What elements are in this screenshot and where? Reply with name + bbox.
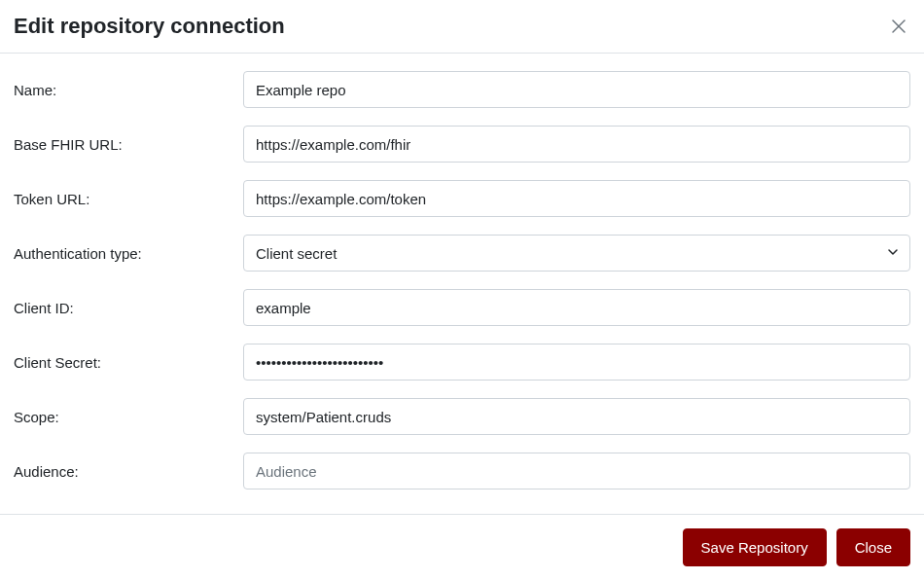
audience-label: Audience: bbox=[14, 463, 243, 480]
client-id-label: Client ID: bbox=[14, 300, 243, 316]
base-url-input[interactable] bbox=[243, 126, 910, 163]
close-icon bbox=[891, 18, 906, 34]
field-row-token-url: Token URL: bbox=[14, 180, 910, 217]
token-url-input[interactable] bbox=[243, 180, 910, 217]
field-row-client-id: Client ID: bbox=[14, 289, 910, 326]
token-url-label: Token URL: bbox=[14, 191, 243, 207]
close-button[interactable]: Close bbox=[836, 528, 910, 566]
auth-type-label: Authentication type: bbox=[14, 245, 243, 262]
client-id-input[interactable] bbox=[243, 289, 910, 326]
modal-footer: Save Repository Close bbox=[0, 514, 924, 580]
close-icon-button[interactable] bbox=[887, 15, 910, 38]
auth-type-select[interactable]: Client secret bbox=[243, 235, 910, 272]
scope-input[interactable] bbox=[243, 398, 910, 435]
field-row-scope: Scope: bbox=[14, 398, 910, 435]
audience-input[interactable] bbox=[243, 453, 910, 489]
field-row-auth-type: Authentication type: Client secret bbox=[14, 235, 910, 272]
client-secret-label: Client Secret: bbox=[14, 354, 243, 371]
name-label: Name: bbox=[14, 82, 243, 98]
field-row-client-secret: Client Secret: bbox=[14, 344, 910, 381]
field-row-audience: Audience: bbox=[14, 453, 910, 489]
auth-type-select-wrapper: Client secret bbox=[243, 235, 910, 272]
scope-label: Scope: bbox=[14, 409, 243, 425]
save-repository-button[interactable]: Save Repository bbox=[683, 528, 827, 566]
client-secret-input[interactable] bbox=[243, 344, 910, 381]
field-row-base-url: Base FHIR URL: bbox=[14, 126, 910, 163]
name-input[interactable] bbox=[243, 71, 910, 108]
edit-repository-modal: Edit repository connection Name: Base FH… bbox=[0, 0, 924, 580]
field-row-name: Name: bbox=[14, 71, 910, 108]
base-url-label: Base FHIR URL: bbox=[14, 136, 243, 153]
modal-title: Edit repository connection bbox=[14, 14, 285, 39]
modal-header: Edit repository connection bbox=[0, 0, 924, 54]
modal-body: Name: Base FHIR URL: Token URL: Authenti… bbox=[0, 54, 924, 514]
